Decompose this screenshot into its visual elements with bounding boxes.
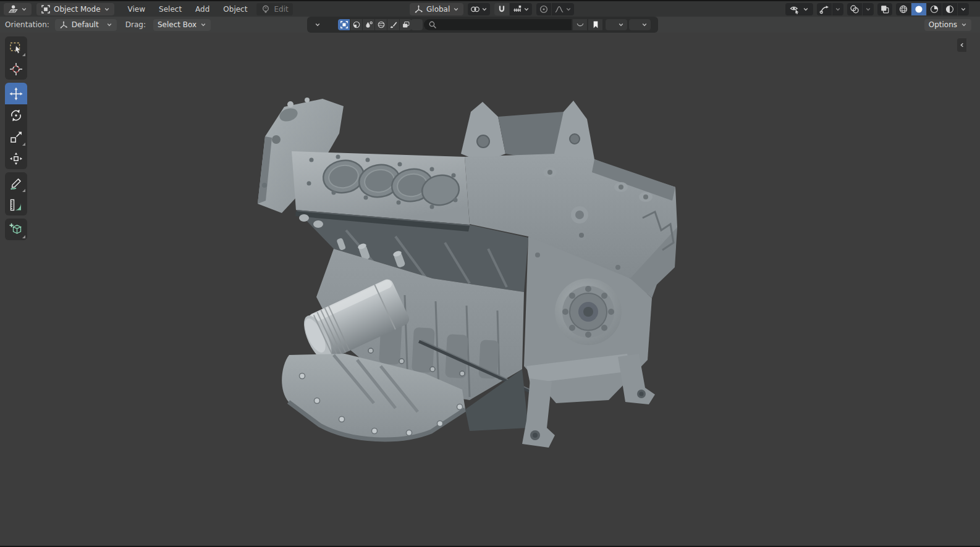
orientation-gizmo-icon xyxy=(59,20,68,29)
tool-add-cube[interactable] xyxy=(5,219,27,240)
filter-icon-group xyxy=(338,19,412,30)
overlays-toggle[interactable] xyxy=(847,3,862,15)
tool-scale[interactable] xyxy=(5,126,27,148)
xray-icon xyxy=(880,4,890,14)
inset-collapse-dropdown[interactable] xyxy=(315,22,321,28)
chevron-down-icon xyxy=(104,6,110,12)
tool-transform[interactable] xyxy=(5,148,27,169)
tool-orientation-dropdown[interactable]: Default xyxy=(55,19,117,31)
gizmos-toggle[interactable] xyxy=(817,3,832,15)
search-input[interactable] xyxy=(440,20,561,29)
tool-cursor[interactable] xyxy=(5,58,27,80)
filter-select-button[interactable] xyxy=(338,19,350,30)
scale-tool-icon xyxy=(9,130,23,144)
menu-object[interactable]: Object xyxy=(216,2,254,16)
overlays-dropdown[interactable] xyxy=(863,3,874,15)
editor-type-button[interactable] xyxy=(4,3,32,15)
shading-wireframe-button[interactable] xyxy=(896,3,911,15)
axes-icon xyxy=(414,4,423,14)
mode-label: Object Mode xyxy=(54,5,101,14)
viewport-canvas[interactable] xyxy=(0,33,980,546)
mode-selector[interactable]: Object Mode xyxy=(36,3,114,15)
filter-shading-button[interactable] xyxy=(350,19,362,30)
gizmo-arrow-icon xyxy=(819,4,829,14)
solid-sphere-icon xyxy=(914,4,924,14)
drag-value: Select Box xyxy=(158,20,196,29)
falloff-curve-icon xyxy=(554,4,564,14)
proportional-falloff-dropdown[interactable] xyxy=(552,3,574,15)
shaded-sphere-icon xyxy=(352,20,361,29)
layers-icon xyxy=(402,20,410,29)
chevron-left-icon xyxy=(959,42,965,48)
magnet-icon xyxy=(497,4,507,14)
droplet-icon xyxy=(365,20,373,29)
filter-fluid-button[interactable] xyxy=(363,19,374,30)
shading-rendered-button[interactable] xyxy=(942,3,957,15)
options-label: Options xyxy=(929,20,957,29)
shading-dropdown[interactable] xyxy=(958,3,969,15)
filter-world-button[interactable] xyxy=(375,19,387,30)
filter-extra-segment[interactable] xyxy=(411,19,423,30)
transform-orientation-dropdown[interactable]: Global xyxy=(410,3,463,15)
bookmark-icon xyxy=(591,20,600,29)
chevron-down-icon xyxy=(618,22,624,28)
snap-target-dropdown[interactable] xyxy=(510,3,532,15)
tool-orientation-value: Default xyxy=(72,20,99,29)
search-box xyxy=(424,19,572,30)
chevron-down-icon xyxy=(315,22,321,28)
xray-toggle[interactable] xyxy=(877,3,892,15)
pivot-point-icon xyxy=(470,4,480,14)
menu-add[interactable]: Add xyxy=(188,2,216,16)
tool-rotate[interactable] xyxy=(5,104,27,126)
viewport-header: Object Mode View Select Add Object Edit … xyxy=(0,1,980,17)
chevron-down-icon xyxy=(523,6,530,12)
measure-ruler-icon xyxy=(9,198,23,212)
falloff-curve-button[interactable] xyxy=(573,19,587,30)
drag-label: Drag: xyxy=(125,20,146,29)
inset-dropdown-1[interactable] xyxy=(606,19,627,30)
3d-cursor-icon xyxy=(9,62,23,77)
globe-icon xyxy=(377,20,386,29)
brush-icon xyxy=(389,20,398,29)
shading-material-button[interactable] xyxy=(927,3,942,15)
orientation-value: Global xyxy=(426,5,450,14)
sidebar-toggle[interactable] xyxy=(957,38,966,52)
tool-measure[interactable] xyxy=(5,194,27,215)
proportional-editing-toggle[interactable] xyxy=(536,3,551,15)
overlays-icon xyxy=(850,4,860,14)
rendered-sphere-icon xyxy=(945,4,955,14)
filter-layers-button[interactable] xyxy=(400,19,412,30)
inset-dropdown-2[interactable] xyxy=(629,19,651,30)
drag-mode-dropdown[interactable]: Select Box xyxy=(153,19,211,31)
snapping-group xyxy=(494,3,532,15)
gizmos-dropdown[interactable] xyxy=(832,3,843,15)
chevron-down-icon xyxy=(641,22,648,28)
chevron-down-icon xyxy=(106,22,112,28)
edit-menu-disabled: Edit xyxy=(256,3,292,15)
add-cube-icon xyxy=(9,222,23,237)
shading-mode-group xyxy=(896,3,969,15)
rotate-tool-icon xyxy=(9,108,23,123)
tool-annotate[interactable] xyxy=(5,172,27,194)
engine-block-model xyxy=(0,33,980,546)
tool-select-box[interactable] xyxy=(5,36,27,58)
material-sphere-icon xyxy=(929,4,939,14)
lightbulb-icon xyxy=(261,4,271,14)
shading-solid-button[interactable] xyxy=(911,3,926,15)
object-visibility-dropdown[interactable] xyxy=(785,3,813,15)
menu-select[interactable]: Select xyxy=(152,2,188,16)
bookmark-button[interactable] xyxy=(588,19,602,30)
gizmos-group xyxy=(817,3,843,15)
tool-move[interactable] xyxy=(5,83,27,104)
snap-increment-icon xyxy=(512,4,522,14)
proportional-editing-group xyxy=(536,3,574,15)
options-dropdown[interactable]: Options xyxy=(924,19,971,31)
menu-view[interactable]: View xyxy=(121,2,152,16)
visibility-eye-pointer-icon xyxy=(790,4,800,14)
pivot-point-dropdown[interactable] xyxy=(468,3,490,15)
snap-toggle[interactable] xyxy=(494,3,509,15)
transform-tool-icon xyxy=(9,151,23,166)
header-menus: View Select Add Object xyxy=(121,2,255,16)
object-mode-icon xyxy=(41,4,51,14)
filter-brush-button[interactable] xyxy=(387,19,399,30)
